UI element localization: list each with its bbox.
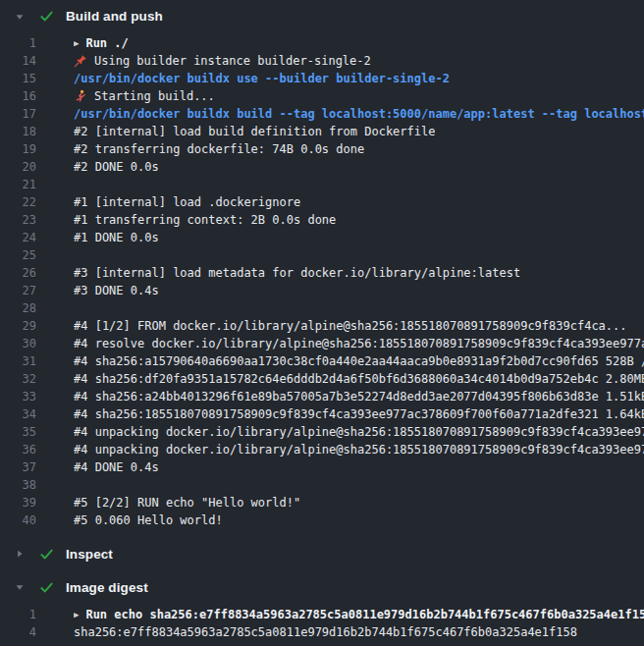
section-header-image-digest[interactable]: Image digest bbox=[0, 572, 644, 602]
log-text: #4 unpacking docker.io/library/alpine@sh… bbox=[74, 441, 644, 458]
log-text: Starting build... bbox=[74, 87, 215, 105]
line-number[interactable]: 36 bbox=[0, 441, 36, 458]
line-number[interactable]: 1 bbox=[0, 34, 36, 52]
line-number[interactable]: 22 bbox=[0, 193, 36, 211]
log-text-content: #4 DONE 0.4s bbox=[74, 458, 159, 476]
line-number[interactable]: 4 bbox=[0, 623, 36, 641]
log-text-content: #4 unpacking docker.io/library/alpine@sh… bbox=[74, 423, 644, 441]
log-line: 19#2 transferring dockerfile: 74B 0.0s d… bbox=[0, 140, 644, 158]
log-line: 29#4 [1/2] FROM docker.io/library/alpine… bbox=[0, 317, 644, 335]
log-text-content: #1 [internal] load .dockerignore bbox=[74, 193, 300, 211]
log-line: 33#4 sha256:a24bb4013296f61e89ba57005a7b… bbox=[0, 388, 644, 405]
log-text: #2 DONE 0.0s bbox=[74, 158, 159, 176]
log-text-content: #4 resolve docker.io/library/alpine@sha2… bbox=[74, 335, 644, 352]
log-line: 25 bbox=[0, 246, 644, 264]
line-number[interactable]: 38 bbox=[0, 476, 36, 494]
pushpin-icon bbox=[74, 54, 87, 68]
log-text-content: /usr/bin/docker buildx use --builder bui… bbox=[74, 70, 450, 87]
chevron-down-icon bbox=[13, 580, 27, 594]
log-line: 37#4 DONE 0.4s bbox=[0, 458, 644, 476]
line-number[interactable]: 34 bbox=[0, 405, 36, 423]
line-number[interactable]: 27 bbox=[0, 282, 36, 299]
log-text-content: #2 DONE 0.0s bbox=[74, 158, 159, 176]
log-line: 27#3 DONE 0.4s bbox=[0, 282, 644, 299]
section-header-inspect[interactable]: Inspect bbox=[0, 539, 644, 568]
line-number[interactable]: 28 bbox=[0, 299, 36, 317]
log-text-content: Using builder instance builder-single-2 bbox=[94, 52, 371, 70]
runner-icon bbox=[74, 89, 87, 103]
log-line: 39#5 [2/2] RUN echo "Hello world!" bbox=[0, 494, 644, 511]
log-text: #4 DONE 0.4s bbox=[74, 458, 159, 476]
line-number[interactable]: 16 bbox=[0, 87, 36, 105]
line-number[interactable]: 31 bbox=[0, 352, 36, 370]
log-text: #4 sha256:185518070891758909c9f839cf4ca3… bbox=[74, 405, 644, 423]
line-number[interactable]: 35 bbox=[0, 423, 36, 441]
chevron-down-icon bbox=[13, 10, 27, 24]
log-line: 31#4 sha256:a15790640a6690aa1730c38cf0a4… bbox=[0, 352, 644, 370]
log-text-content: Run ./ bbox=[85, 34, 128, 52]
log-line: 1▶Run ./ bbox=[0, 34, 644, 52]
line-number[interactable]: 26 bbox=[0, 264, 36, 282]
log-text: Using builder instance builder-single-2 bbox=[74, 52, 371, 70]
line-number[interactable]: 39 bbox=[0, 494, 36, 511]
line-number[interactable]: 23 bbox=[0, 211, 36, 229]
line-number[interactable]: 24 bbox=[0, 229, 36, 246]
log-text: #3 [internal] load metadata for docker.i… bbox=[74, 264, 520, 282]
line-number[interactable]: 33 bbox=[0, 388, 36, 405]
log-text: #4 sha256:df20fa9351a15782c64e6dddb2d4a6… bbox=[74, 370, 644, 388]
log-line: 28 bbox=[0, 299, 644, 317]
line-number[interactable]: 20 bbox=[0, 158, 36, 176]
log-line: 14Using builder instance builder-single-… bbox=[0, 52, 644, 70]
line-number[interactable]: 25 bbox=[0, 246, 36, 264]
log-text: #4 sha256:a15790640a6690aa1730c38cf0a440… bbox=[74, 352, 644, 370]
log-text: #2 [internal] load build definition from… bbox=[74, 123, 435, 140]
log-text: #4 sha256:a24bb4013296f61e89ba57005a7b3e… bbox=[74, 388, 644, 405]
log-text-content: #5 0.060 Hello world! bbox=[74, 511, 223, 529]
log-text: ▶Run ./ bbox=[74, 34, 129, 52]
line-number[interactable]: 1 bbox=[0, 606, 36, 623]
log-text: #4 [1/2] FROM docker.io/library/alpine@s… bbox=[74, 317, 627, 335]
log-line: 24#1 DONE 0.0s bbox=[0, 229, 644, 246]
log-line: 36#4 unpacking docker.io/library/alpine@… bbox=[0, 441, 644, 458]
run-toggle-icon[interactable]: ▶ bbox=[74, 606, 79, 623]
line-number[interactable]: 19 bbox=[0, 140, 36, 158]
section-title: Image digest bbox=[66, 580, 148, 595]
line-number[interactable]: 40 bbox=[0, 511, 36, 529]
log-text-content: #3 DONE 0.4s bbox=[74, 282, 159, 299]
log-text-content: #2 transferring dockerfile: 74B 0.0s don… bbox=[74, 140, 364, 158]
line-number[interactable]: 15 bbox=[0, 70, 36, 87]
log-line: 40#5 0.060 Hello world! bbox=[0, 511, 644, 529]
log-line: 35#4 unpacking docker.io/library/alpine@… bbox=[0, 423, 644, 441]
line-number[interactable]: 37 bbox=[0, 458, 36, 476]
log-text: #4 unpacking docker.io/library/alpine@sh… bbox=[74, 423, 644, 441]
log-line: 18#2 [internal] load build definition fr… bbox=[0, 123, 644, 140]
log-text: #5 [2/2] RUN echo "Hello world!" bbox=[74, 494, 300, 511]
line-number[interactable]: 32 bbox=[0, 370, 36, 388]
line-number[interactable]: 18 bbox=[0, 123, 36, 140]
log-line: 38 bbox=[0, 476, 644, 494]
line-number[interactable]: 14 bbox=[0, 52, 36, 70]
log-line: 22#1 [internal] load .dockerignore bbox=[0, 193, 644, 211]
line-number[interactable]: 21 bbox=[0, 176, 36, 193]
log-text-content: #4 sha256:a15790640a6690aa1730c38cf0a440… bbox=[74, 352, 644, 370]
log-text: /usr/bin/docker buildx build --tag local… bbox=[74, 105, 644, 123]
log-text-content: #3 [internal] load metadata for docker.i… bbox=[74, 264, 520, 282]
line-number[interactable]: 17 bbox=[0, 105, 36, 123]
log-line: 20#2 DONE 0.0s bbox=[0, 158, 644, 176]
log-text-content: #2 [internal] load build definition from… bbox=[74, 123, 435, 140]
section-header-build-and-push[interactable]: Build and push bbox=[0, 0, 644, 32]
chevron-right-icon bbox=[13, 547, 27, 561]
check-icon bbox=[38, 546, 54, 562]
log-text: /usr/bin/docker buildx use --builder bui… bbox=[74, 70, 450, 87]
log-line: 26#3 [internal] load metadata for docker… bbox=[0, 264, 644, 282]
check-icon bbox=[38, 579, 54, 595]
log-text: #5 0.060 Hello world! bbox=[74, 511, 223, 529]
log-text-content: #4 sha256:a24bb4013296f61e89ba57005a7b3e… bbox=[74, 388, 644, 405]
log-line: 16Starting build... bbox=[0, 87, 644, 105]
run-toggle-icon[interactable]: ▶ bbox=[74, 34, 79, 52]
line-number[interactable]: 30 bbox=[0, 335, 36, 352]
log-text-content: #5 [2/2] RUN echo "Hello world!" bbox=[74, 494, 300, 511]
line-number[interactable]: 29 bbox=[0, 317, 36, 335]
log-text-content: #4 sha256:df20fa9351a15782c64e6dddb2d4a6… bbox=[74, 370, 644, 388]
log-line: 17/usr/bin/docker buildx build --tag loc… bbox=[0, 105, 644, 123]
